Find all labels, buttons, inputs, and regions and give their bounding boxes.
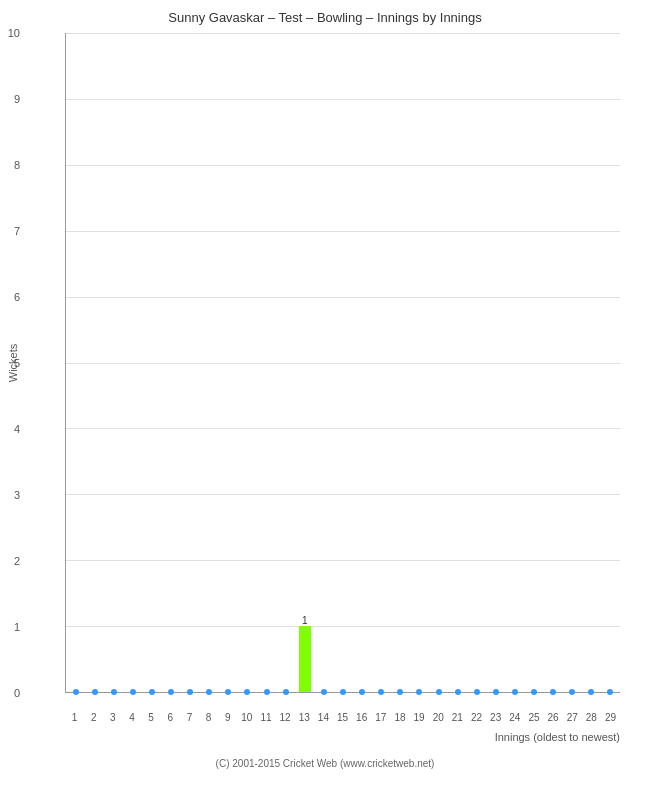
y-label-9: 9: [14, 93, 20, 105]
x-label-7: 8: [199, 712, 218, 723]
dot-23: [512, 689, 518, 695]
x-label-16: 17: [371, 712, 390, 723]
y-label-10: 10: [8, 27, 20, 39]
x-axis-labels: 1234567891011121314151617181920212223242…: [65, 712, 620, 723]
y-label-0: 0: [14, 687, 20, 699]
x-label-10: 11: [256, 712, 275, 723]
x-label-26: 27: [563, 712, 582, 723]
bar-12: [299, 626, 311, 692]
x-label-2: 3: [103, 712, 122, 723]
dot-1: [92, 689, 98, 695]
x-label-19: 20: [429, 712, 448, 723]
x-label-6: 7: [180, 712, 199, 723]
dot-3: [130, 689, 136, 695]
plot-area: 1: [65, 33, 620, 693]
y-label-6: 6: [14, 291, 20, 303]
x-label-4: 5: [142, 712, 161, 723]
chart-area: Wickets 012345678910 1 12345678910111213…: [65, 33, 620, 693]
x-label-20: 21: [448, 712, 467, 723]
dot-14: [340, 689, 346, 695]
x-axis-title: Innings (oldest to newest): [65, 731, 620, 743]
dot-26: [569, 689, 575, 695]
y-label-7: 7: [14, 225, 20, 237]
grid-line-5: [66, 363, 620, 364]
dot-0: [73, 689, 79, 695]
y-label-2: 2: [14, 555, 20, 567]
x-label-15: 16: [352, 712, 371, 723]
chart-container: Sunny Gavaskar – Test – Bowling – Inning…: [0, 0, 650, 800]
grid-line-8: [66, 165, 620, 166]
grid-line-6: [66, 297, 620, 298]
x-label-0: 1: [65, 712, 84, 723]
dot-16: [378, 689, 384, 695]
grid-line-7: [66, 231, 620, 232]
dot-18: [416, 689, 422, 695]
x-label-25: 26: [544, 712, 563, 723]
dot-19: [436, 689, 442, 695]
x-label-23: 24: [505, 712, 524, 723]
footer: (C) 2001-2015 Cricket Web (www.cricketwe…: [10, 758, 640, 769]
x-label-14: 15: [333, 712, 352, 723]
grid-line-1: [66, 626, 620, 627]
dot-27: [588, 689, 594, 695]
y-label-8: 8: [14, 159, 20, 171]
dot-4: [149, 689, 155, 695]
dot-5: [168, 689, 174, 695]
dot-2: [111, 689, 117, 695]
x-label-18: 19: [410, 712, 429, 723]
dot-10: [264, 689, 270, 695]
x-label-5: 6: [161, 712, 180, 723]
x-label-13: 14: [314, 712, 333, 723]
dot-22: [493, 689, 499, 695]
x-label-1: 2: [84, 712, 103, 723]
dot-15: [359, 689, 365, 695]
dot-25: [550, 689, 556, 695]
x-label-9: 10: [237, 712, 256, 723]
chart-title: Sunny Gavaskar – Test – Bowling – Inning…: [10, 10, 640, 25]
grid-line-10: [66, 33, 620, 34]
y-label-5: 5: [14, 357, 20, 369]
y-label-3: 3: [14, 489, 20, 501]
grid-line-2: [66, 560, 620, 561]
dot-11: [283, 689, 289, 695]
x-label-3: 4: [122, 712, 141, 723]
bar-label-12: 1: [299, 615, 311, 626]
x-label-11: 12: [276, 712, 295, 723]
dot-20: [455, 689, 461, 695]
grid-line-4: [66, 428, 620, 429]
dot-6: [187, 689, 193, 695]
dot-13: [321, 689, 327, 695]
y-label-4: 4: [14, 423, 20, 435]
dot-8: [225, 689, 231, 695]
x-label-12: 13: [295, 712, 314, 723]
dot-9: [244, 689, 250, 695]
y-label-1: 1: [14, 621, 20, 633]
x-label-8: 9: [218, 712, 237, 723]
grid-line-9: [66, 99, 620, 100]
dot-17: [397, 689, 403, 695]
dot-24: [531, 689, 537, 695]
x-label-24: 25: [524, 712, 543, 723]
x-label-21: 22: [467, 712, 486, 723]
x-label-17: 18: [390, 712, 409, 723]
dot-21: [474, 689, 480, 695]
x-label-27: 28: [582, 712, 601, 723]
dot-28: [607, 689, 613, 695]
dot-7: [206, 689, 212, 695]
x-label-22: 23: [486, 712, 505, 723]
x-label-28: 29: [601, 712, 620, 723]
grid-line-3: [66, 494, 620, 495]
